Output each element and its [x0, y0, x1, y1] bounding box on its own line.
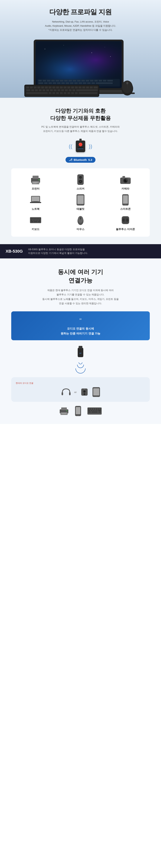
svg-rect-135	[31, 220, 32, 221]
speaker-small-svg	[80, 388, 89, 397]
svg-point-5	[64, 45, 64, 45]
svg-rect-99	[33, 183, 37, 183]
laptop-illustration	[15, 38, 146, 98]
keyboard-icon-device	[29, 215, 42, 226]
svg-rect-57	[68, 87, 70, 88]
svg-point-165	[84, 389, 85, 390]
mouse-icon-device	[74, 215, 87, 226]
section1-desc: Networking, Dial-up, Fax, LAN access, 프린…	[15, 20, 146, 32]
svg-rect-83	[60, 92, 63, 94]
bottom-printer	[59, 407, 69, 415]
svg-rect-192	[88, 411, 91, 412]
earphone-icon	[119, 215, 132, 226]
device-label-tablet: 태블릿	[77, 207, 84, 211]
svg-point-164	[84, 394, 85, 395]
model-number: XB-530G	[6, 249, 24, 254]
svg-rect-170	[61, 407, 67, 410]
svg-rect-67	[35, 89, 38, 91]
section-model: XB-530G XB-530G 블루투스 초미니 동글은 다양한 프로파일을지원…	[0, 244, 161, 258]
svg-rect-159	[69, 392, 71, 395]
svg-rect-142	[34, 221, 37, 222]
svg-text:BT: BT	[80, 352, 82, 354]
svg-rect-46	[26, 87, 29, 88]
svg-rect-110	[122, 176, 125, 178]
svg-rect-134	[40, 218, 41, 219]
bt-dongle: 🔴 LanoClin	[73, 139, 88, 154]
svg-point-162	[84, 391, 85, 392]
bt-wave-left: ((	[69, 144, 72, 149]
svg-rect-26	[107, 80, 113, 82]
svg-rect-97	[32, 181, 39, 184]
device-label-speaker: 스피커	[77, 187, 84, 190]
highlight-text1: 오디오 연결의 동시에	[17, 326, 144, 331]
device-label-printer: 프린터	[32, 187, 40, 190]
section2-desc: PC 및 노트북에 본제품을 연결하여 블루투스 헤드셋, 스마트폰, 카메라와…	[11, 125, 150, 133]
svg-rect-179	[88, 409, 89, 409]
audio-devices-row: or	[16, 387, 145, 397]
svg-rect-133	[38, 218, 39, 219]
section1-title: 다양한 프로파일 지원	[15, 7, 146, 17]
svg-rect-140	[39, 220, 40, 221]
or-text: or	[74, 391, 77, 394]
svg-point-6	[91, 53, 92, 53]
device-item-printer: 프린터	[15, 174, 56, 190]
phone-icon	[119, 194, 132, 206]
svg-rect-22	[90, 80, 93, 82]
svg-point-114	[126, 180, 127, 180]
svg-rect-77	[73, 89, 75, 91]
headphone-svg	[61, 388, 71, 397]
section4-title: 동시에 여러 기기 연결가능	[11, 268, 150, 285]
device-grid: 프린터 스피커	[11, 168, 150, 237]
svg-rect-136	[33, 220, 34, 221]
quote-highlight: " 오디오 연결의 동시에 원하는 만큼 여러기기 연결 가능	[11, 311, 150, 340]
svg-rect-78	[76, 89, 98, 91]
svg-rect-14	[55, 80, 59, 82]
svg-rect-85	[68, 92, 70, 94]
device-item-phone: 스마트폰	[105, 194, 146, 211]
svg-rect-12	[47, 80, 50, 82]
headphone-device	[61, 388, 71, 397]
svg-rect-154	[122, 220, 129, 220]
svg-point-122	[80, 205, 81, 205]
section2-title: 다양한 기기와의 호환 다양한 무선제품 무한활용	[11, 107, 150, 122]
camera-icon	[119, 174, 132, 185]
svg-rect-84	[64, 92, 67, 94]
svg-rect-48	[34, 87, 37, 88]
svg-rect-60	[79, 87, 81, 88]
svg-rect-139	[37, 220, 38, 221]
svg-point-115	[129, 178, 130, 179]
svg-point-7	[105, 47, 105, 47]
svg-rect-87	[75, 92, 78, 94]
svg-rect-141	[31, 221, 33, 222]
bluetooth-dongle-area: (( 🔴 LanoClin ))	[11, 139, 150, 154]
device-item-mouse: 마우스	[60, 215, 101, 231]
svg-point-100	[38, 179, 40, 180]
svg-rect-86	[71, 92, 74, 94]
bottom-devices-row	[11, 406, 150, 416]
svg-rect-124	[123, 195, 128, 204]
svg-rect-194	[98, 411, 101, 412]
bluetooth-badge: ⎇ Bluetooth 5.3	[66, 157, 96, 163]
device-label-laptop: 노트북	[32, 207, 40, 211]
section-profile: 다양한 프로파일 지원 Networking, Dial-up, Fax, LA…	[0, 0, 161, 98]
svg-rect-15	[60, 80, 63, 82]
wave-arc-large	[75, 368, 86, 373]
svg-point-108	[80, 175, 81, 176]
svg-rect-69	[42, 89, 45, 91]
dongle-logo: LanoClin	[78, 147, 83, 150]
svg-rect-190	[96, 410, 97, 411]
svg-rect-73	[57, 89, 60, 91]
svg-rect-126	[124, 195, 126, 195]
svg-rect-121	[77, 195, 84, 204]
bt-wave-right: ))	[89, 144, 92, 149]
svg-point-147	[80, 217, 81, 219]
svg-rect-143	[38, 221, 40, 222]
svg-rect-81	[52, 92, 55, 94]
svg-rect-96	[33, 176, 39, 179]
svg-point-173	[67, 410, 68, 411]
svg-rect-131	[35, 218, 36, 219]
svg-rect-130	[34, 218, 35, 219]
svg-rect-193	[91, 411, 98, 412]
svg-rect-52	[49, 87, 51, 88]
svg-rect-17	[69, 80, 72, 82]
